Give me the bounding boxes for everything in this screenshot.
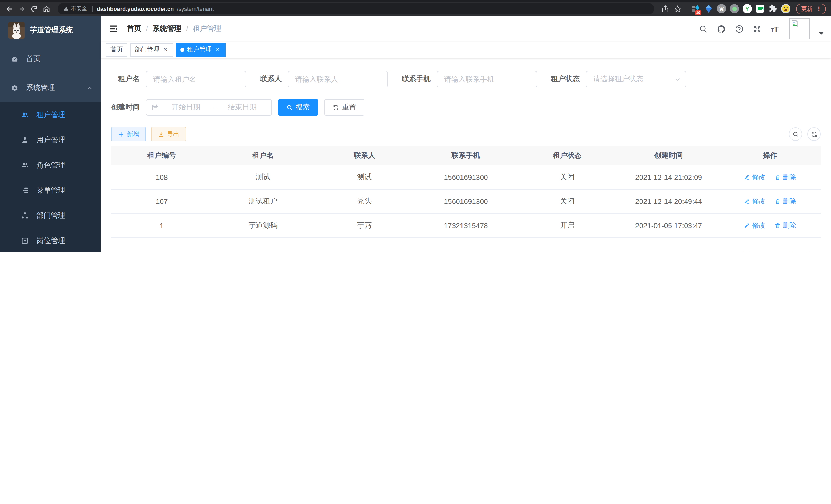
sidebar-item-dept[interactable]: 部门管理: [0, 203, 101, 228]
chat-ext-icon[interactable]: [755, 4, 765, 13]
cell-tenant-name: 测试: [212, 165, 314, 189]
search-button[interactable]: 搜索: [278, 99, 318, 116]
sidebar-item-role[interactable]: 角色管理: [0, 153, 101, 178]
adblock-ext-icon[interactable]: 10: [691, 4, 700, 13]
col-mobile: 联系手机: [415, 146, 517, 165]
status-select[interactable]: 请选择租户状态: [586, 71, 686, 87]
table-tools: [789, 127, 821, 141]
home-icon[interactable]: [42, 4, 51, 13]
filter-mobile: 联系手机: [402, 71, 537, 87]
breadcrumb-home[interactable]: 首页: [127, 24, 141, 33]
more-menu-dots-icon[interactable]: ⋮: [816, 5, 822, 12]
mobile-input[interactable]: [437, 71, 537, 87]
filter-row-1: 租户名 联系人 联系手机 租户状态 请选择租户状态: [111, 71, 821, 87]
font-size-icon[interactable]: TT: [771, 25, 779, 33]
sidebar-item-user[interactable]: 用户管理: [0, 127, 101, 153]
trash-icon: [775, 222, 781, 228]
add-label: 新增: [127, 130, 139, 139]
reload-icon[interactable]: [30, 4, 38, 13]
delete-button[interactable]: 删除: [775, 197, 796, 206]
edit-button[interactable]: 修改: [744, 197, 766, 206]
cell-contact: 芋艿: [314, 213, 415, 237]
tenant-name-input[interactable]: [146, 71, 246, 87]
recorder-ext-icon[interactable]: [730, 4, 739, 13]
delete-button[interactable]: 删除: [775, 221, 796, 230]
search-icon[interactable]: [699, 24, 708, 33]
gear-icon: [10, 84, 19, 92]
chevron-up-icon: [87, 85, 92, 91]
end-date-placeholder: 结束日期: [219, 103, 266, 112]
prev-page-button[interactable]: [711, 251, 725, 252]
sidebar-item-post[interactable]: 岗位管理: [0, 228, 101, 252]
warning-triangle-icon: [63, 6, 69, 11]
puzzle-extensions-icon[interactable]: [768, 4, 778, 13]
add-button[interactable]: 新增: [111, 127, 146, 141]
sidebar-item-tenant[interactable]: 租户管理: [0, 102, 101, 127]
sidebar-item-label: 菜单管理: [36, 186, 65, 195]
breadcrumb-system[interactable]: 系统管理: [153, 24, 181, 33]
sidebar-logo[interactable]: 芋道管理系统: [0, 16, 101, 45]
trash-icon: [775, 198, 781, 204]
sidebar-toggle-icon[interactable]: [109, 24, 119, 34]
delete-button[interactable]: 删除: [775, 172, 796, 182]
address-divider: [92, 6, 92, 12]
filter-create-time: 创建时间 开始日期 - 结束日期: [111, 99, 272, 116]
reset-button[interactable]: 重置: [324, 99, 364, 116]
close-icon[interactable]: ×: [162, 46, 169, 53]
forward-icon[interactable]: [18, 4, 26, 13]
command-ext-icon[interactable]: ⌘: [717, 4, 726, 13]
edit-button[interactable]: 修改: [744, 172, 766, 182]
pagination: 共 3 条 10条/页 1 前往 页: [111, 251, 821, 252]
refresh-table-button[interactable]: [807, 127, 821, 141]
share-icon[interactable]: [661, 4, 670, 13]
tab-home[interactable]: 首页: [106, 43, 127, 56]
export-button[interactable]: 导出: [151, 127, 186, 141]
sidebar-item-label: 岗位管理: [36, 236, 65, 245]
help-icon[interactable]: [735, 24, 744, 33]
y-ext-icon[interactable]: Y: [743, 4, 752, 13]
app-title: 芋道管理系统: [30, 26, 73, 35]
tab-label: 租户管理: [187, 45, 212, 54]
fullscreen-icon[interactable]: [753, 24, 762, 33]
cell-actions: 修改 删除: [719, 165, 821, 189]
filter-row-2: 创建时间 开始日期 - 结束日期 搜索 重置: [111, 99, 821, 116]
not-secure-warning[interactable]: 不安全: [63, 5, 87, 12]
col-tenant-name: 租户名: [212, 146, 314, 165]
date-range-picker[interactable]: 开始日期 - 结束日期: [146, 99, 272, 116]
sidebar-item-label: 首页: [26, 55, 40, 64]
next-page-button[interactable]: [749, 251, 763, 252]
bookmark-star-icon[interactable]: [673, 4, 682, 13]
screen: 不安全 dashboard.yudao.iocoder.cn/system/te…: [0, 0, 831, 252]
kite-ext-icon[interactable]: [704, 4, 713, 13]
tenant-table: 租户编号 租户名 联系人 联系手机 租户状态 创建时间 操作 108 测试: [111, 146, 821, 238]
toggle-search-button[interactable]: [789, 127, 802, 141]
field-label: 租户状态: [551, 75, 580, 84]
sidebar-item-label: 租户管理: [36, 110, 65, 119]
close-icon[interactable]: ×: [214, 46, 221, 53]
page-size-select[interactable]: 10条/页: [657, 251, 700, 252]
sidebar-item-menu[interactable]: 菜单管理: [0, 178, 101, 203]
avatar[interactable]: [790, 19, 810, 39]
tags-view-bar: 首页 部门管理× 租户管理×: [101, 41, 831, 58]
search-label: 搜索: [295, 103, 310, 112]
page-number-1[interactable]: 1: [730, 251, 744, 252]
edit-button[interactable]: 修改: [744, 221, 766, 230]
filter-status: 租户状态 请选择租户状态: [551, 71, 686, 87]
tab-tenant[interactable]: 租户管理×: [176, 43, 226, 56]
date-separator: -: [213, 103, 215, 112]
address-bar[interactable]: 不安全 dashboard.yudao.iocoder.cn/system/te…: [58, 3, 654, 14]
cell-mobile: 15601691300: [415, 189, 517, 213]
url-host: dashboard.yudao.iocoder.cn: [97, 6, 174, 12]
goto-page-input[interactable]: [792, 251, 810, 252]
contact-input[interactable]: [288, 71, 388, 87]
back-icon[interactable]: [5, 4, 14, 13]
edit-icon: [744, 174, 750, 180]
tab-dept[interactable]: 部门管理×: [130, 43, 173, 56]
chrome-update-button[interactable]: 更新 ⋮: [796, 3, 826, 14]
sidebar-item-home[interactable]: 首页: [0, 45, 101, 73]
dropdown-caret-icon[interactable]: [819, 32, 824, 35]
emoji-profile-icon[interactable]: [781, 4, 791, 13]
select-placeholder: 请选择租户状态: [593, 75, 643, 84]
sidebar-item-system[interactable]: 系统管理: [0, 73, 101, 102]
github-icon[interactable]: [717, 24, 726, 33]
